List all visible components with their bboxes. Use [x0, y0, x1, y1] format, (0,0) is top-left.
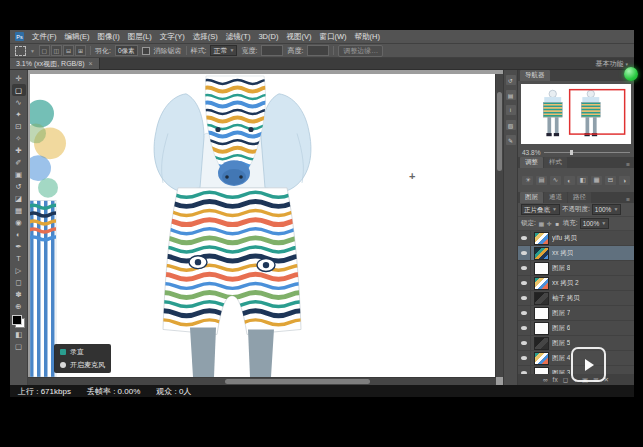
foreground-color-swatch[interactable]	[12, 315, 22, 325]
visibility-toggle[interactable]	[518, 291, 531, 305]
shape-tool[interactable]: ◻	[12, 276, 26, 288]
tool-preset-caret[interactable]: ▼	[30, 48, 35, 54]
fill-select[interactable]: 100% ▼	[580, 218, 610, 229]
layer-row[interactable]: 图层 7	[518, 306, 634, 321]
move-tool[interactable]: ✛	[12, 72, 26, 84]
layer-thumbnail[interactable]	[534, 232, 549, 245]
brush-panel-icon[interactable]: ✎	[506, 135, 516, 145]
layer-thumbnail[interactable]	[534, 277, 549, 290]
zoom-tool[interactable]: ⊕	[12, 300, 26, 312]
dodge-tool[interactable]: ◐	[12, 228, 26, 240]
panel-menu-icon[interactable]: ≡	[626, 196, 632, 203]
lasso-tool[interactable]: ∿	[12, 96, 26, 108]
menu-item-0[interactable]: 文件(F)	[32, 32, 57, 42]
navigator-zoom-slider[interactable]	[544, 152, 630, 153]
menu-item-2[interactable]: 图像(I)	[98, 32, 120, 42]
layer-thumbnail[interactable]	[534, 292, 549, 305]
menu-item-8[interactable]: 视图(V)	[286, 32, 311, 42]
refine-edge-button[interactable]: 调整边缘…	[338, 45, 383, 57]
brightness-contrast-icon[interactable]: ☀	[522, 176, 533, 185]
visibility-toggle[interactable]	[518, 366, 531, 374]
menu-item-7[interactable]: 3D(D)	[258, 32, 278, 42]
tab-navigator[interactable]: 导航器	[520, 70, 550, 81]
width-input[interactable]	[261, 45, 283, 56]
menu-item-5[interactable]: 选择(S)	[193, 32, 218, 42]
visibility-toggle[interactable]	[518, 351, 531, 365]
color-balance-icon[interactable]: ⊟	[605, 176, 616, 185]
lock-position-icon[interactable]: ✛	[546, 220, 553, 228]
brush-tool[interactable]: ✐	[12, 156, 26, 168]
menu-item-9[interactable]: 窗口(W)	[319, 32, 346, 42]
layer-row[interactable]: xx 拷贝 2	[518, 276, 634, 291]
properties-panel-icon[interactable]: ▤	[506, 90, 516, 100]
layer-thumbnail[interactable]	[534, 247, 549, 260]
document-tab[interactable]: 3.1% (xx视图, RGB/8) ×	[10, 58, 100, 69]
curves-icon[interactable]: ∿	[550, 176, 561, 185]
layer-thumbnail[interactable]	[534, 367, 549, 375]
visibility-toggle[interactable]	[518, 231, 531, 245]
tab-channels[interactable]: 通道	[544, 192, 567, 203]
clone-stamp-tool[interactable]: ▣	[12, 168, 26, 180]
stream-overlay-item-0[interactable]: 录直	[60, 347, 105, 357]
lock-transparency-icon[interactable]: ▦	[538, 220, 545, 228]
style-select[interactable]: 正常 ▼	[210, 45, 237, 56]
visibility-toggle[interactable]	[518, 321, 531, 335]
gradient-tool[interactable]: ▦	[12, 204, 26, 216]
tab-styles[interactable]: 样式	[544, 157, 567, 168]
lock-all-icon[interactable]: ■	[554, 220, 561, 228]
color-swatches[interactable]	[12, 315, 25, 328]
pen-tool[interactable]: ✒	[12, 240, 26, 252]
layer-row[interactable]: 图层 8	[518, 261, 634, 276]
type-tool[interactable]: T	[12, 252, 26, 264]
layer-mask-icon[interactable]: ◻	[563, 376, 568, 384]
menu-item-1[interactable]: 编辑(E)	[65, 32, 90, 42]
layer-thumbnail[interactable]	[534, 262, 549, 275]
layer-thumbnail[interactable]	[534, 322, 549, 335]
menu-item-10[interactable]: 帮助(H)	[355, 32, 380, 42]
visibility-toggle[interactable]	[518, 261, 531, 275]
canvas-area[interactable]: + 录直开启麦克风	[28, 70, 503, 385]
navigator-preview[interactable]	[521, 84, 631, 144]
info-panel-icon[interactable]: i	[506, 105, 516, 115]
eyedropper-tool[interactable]: ✧	[12, 132, 26, 144]
new-selection-icon[interactable]: ▢	[39, 45, 50, 56]
visibility-toggle[interactable]	[518, 306, 531, 320]
history-panel-icon[interactable]: ↺	[506, 75, 516, 85]
menu-item-4[interactable]: 文字(Y)	[160, 32, 185, 42]
layer-row[interactable]: 袖子 拷贝	[518, 291, 634, 306]
menu-item-3[interactable]: 图层(L)	[128, 32, 152, 42]
blur-tool[interactable]: ◉	[12, 216, 26, 228]
exposure-icon[interactable]: ◐	[564, 176, 575, 185]
horizontal-scrollbar[interactable]	[28, 377, 496, 385]
layer-thumbnail[interactable]	[534, 307, 549, 320]
black-white-icon[interactable]: ◑	[619, 176, 630, 185]
height-input[interactable]	[307, 45, 329, 56]
healing-brush-tool[interactable]: ✚	[12, 144, 26, 156]
layer-row[interactable]: 图层 6	[518, 321, 634, 336]
history-brush-tool[interactable]: ↺	[12, 180, 26, 192]
layer-style-icon[interactable]: fx	[553, 376, 558, 383]
screen-mode-icon[interactable]: ▢	[12, 340, 26, 352]
marquee-tool[interactable]: ▢	[12, 84, 26, 96]
visibility-toggle[interactable]	[518, 336, 531, 350]
tab-layers[interactable]: 图层	[520, 192, 543, 203]
feather-input[interactable]: 0像素	[115, 45, 138, 56]
path-select-tool[interactable]: ▷	[12, 264, 26, 276]
blend-mode-select[interactable]: 正片叠底 ▼	[521, 204, 560, 215]
add-selection-icon[interactable]: ◫	[51, 45, 62, 56]
link-layers-icon[interactable]: ∞	[543, 376, 548, 383]
antialias-checkbox[interactable]	[142, 47, 150, 55]
horizontal-scrollbar-thumb[interactable]	[225, 379, 370, 384]
color-panel-icon[interactable]: ▧	[506, 120, 516, 130]
opacity-select[interactable]: 100% ▼	[592, 204, 622, 215]
layer-row[interactable]: yifu 拷贝	[518, 231, 634, 246]
close-icon[interactable]: ×	[88, 60, 92, 67]
levels-icon[interactable]: ▤	[536, 176, 547, 185]
tab-adjustments[interactable]: 调整	[520, 157, 543, 168]
eraser-tool[interactable]: ◪	[12, 192, 26, 204]
layer-thumbnail[interactable]	[534, 337, 549, 350]
magic-wand-tool[interactable]: ✦	[12, 108, 26, 120]
quick-mask-icon[interactable]: ◧	[12, 328, 26, 340]
subtract-selection-icon[interactable]: ⊟	[63, 45, 74, 56]
vibrance-icon[interactable]: ◧	[577, 176, 588, 185]
